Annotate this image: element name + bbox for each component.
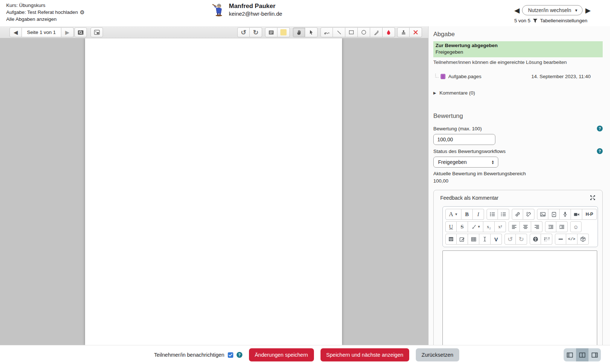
layout-collapse-review-button[interactable] <box>564 348 576 361</box>
rectangle-tool-button[interactable] <box>345 27 358 37</box>
feedback-textarea[interactable] <box>442 250 597 350</box>
align-left-icon <box>511 225 517 229</box>
submission-file-name[interactable]: Aufgabe.pages <box>448 74 482 79</box>
annotation-color-button[interactable] <box>383 27 395 37</box>
video-camera-icon <box>573 212 580 217</box>
text-color-button[interactable]: ▼ <box>468 221 483 232</box>
align-left-button[interactable] <box>509 221 520 232</box>
previous-user-arrow[interactable]: ◀ <box>514 7 520 14</box>
indent-button[interactable] <box>556 221 568 232</box>
search-comments-button[interactable] <box>74 27 87 37</box>
next-page-button[interactable]: ▶ <box>61 27 74 37</box>
grade-input[interactable] <box>433 134 495 145</box>
insert-image-button[interactable] <box>537 209 548 220</box>
save-and-next-button[interactable]: Speichern und nächste anzeigen <box>321 348 409 361</box>
drag-tool-button[interactable] <box>293 27 305 37</box>
align-right-button[interactable] <box>531 221 542 232</box>
layout-split-button[interactable] <box>576 348 588 361</box>
undo-button[interactable]: ↺ <box>505 234 516 245</box>
pdf-page[interactable] <box>85 38 342 345</box>
user-select-dropdown[interactable]: Nutzer/in wechseln ▼ <box>522 5 583 15</box>
chevron-down-icon: ▼ <box>575 8 578 12</box>
pagination-count: 5 von 5 <box>514 18 530 23</box>
equation-grid-icon <box>448 237 454 242</box>
hand-icon <box>296 30 302 35</box>
save-changes-button[interactable]: Änderungen speichern <box>249 348 314 361</box>
submission-status-line1: Zur Bewertung abgegeben <box>436 42 601 49</box>
cube-icon <box>580 236 586 242</box>
unordered-list-button[interactable] <box>487 209 498 220</box>
emoji-button[interactable]: ☺ <box>570 221 582 232</box>
grading-section-title: Bewertung <box>433 112 603 120</box>
underline-button[interactable]: U <box>445 221 457 232</box>
settings-gear-icon[interactable]: ⚙ <box>80 9 84 16</box>
rotate-left-button[interactable]: ↺ <box>237 27 250 37</box>
layout-collapse-grade-button[interactable] <box>588 348 601 361</box>
table-settings-link[interactable]: Tabelleneinstellungen <box>540 18 587 23</box>
rotate-right-icon: ↻ <box>253 28 258 37</box>
view-all-submissions-link[interactable]: Alle Abgaben anzeigen <box>6 16 85 23</box>
comments-list-button[interactable] <box>265 27 277 37</box>
highlighter-tool-button[interactable] <box>370 27 383 37</box>
italic-button[interactable]: I <box>473 209 484 220</box>
line-icon <box>337 30 342 35</box>
select-tool-button[interactable] <box>305 27 318 37</box>
notify-help-icon[interactable]: ? <box>237 352 242 358</box>
line-tool-button[interactable] <box>333 27 345 37</box>
next-user-arrow[interactable]: ▶ <box>585 7 591 14</box>
notify-checkbox[interactable] <box>228 352 233 358</box>
insert-media-button[interactable] <box>548 209 560 220</box>
superscript-button[interactable]: x² <box>495 221 506 232</box>
previous-page-button[interactable]: ◀ <box>9 27 22 37</box>
workflow-selected-value: Freigegeben <box>438 159 467 165</box>
accessibility-icon <box>533 236 538 242</box>
edit-document-icon <box>459 237 465 242</box>
h5p-button[interactable]: H-P <box>582 209 597 220</box>
record-video-button[interactable] <box>571 209 582 220</box>
strikethrough-button[interactable]: S <box>457 221 468 232</box>
fullscreen-expand-icon[interactable] <box>590 195 596 201</box>
link-button[interactable] <box>512 209 523 220</box>
equation-button[interactable] <box>445 234 457 245</box>
html-source-button[interactable]: </> <box>566 234 578 245</box>
table-button[interactable] <box>468 234 479 245</box>
rotate-right-button[interactable]: ↻ <box>250 27 262 37</box>
user-avatar <box>211 2 226 17</box>
accessibility-checker-button[interactable] <box>530 234 541 245</box>
redo-button[interactable]: ↻ <box>516 234 527 245</box>
sketchfab-embed-button[interactable] <box>578 234 589 245</box>
comments-toggle[interactable]: ▶ Kommentare (0) <box>433 90 603 96</box>
reset-button[interactable]: Zurücksetzen <box>416 348 459 361</box>
outdent-icon <box>548 225 554 229</box>
pen-tool-button[interactable] <box>321 27 333 37</box>
stamp-tool-button[interactable] <box>397 27 410 37</box>
link-icon <box>515 211 521 217</box>
wiris-math-button[interactable]: V <box>491 234 502 245</box>
table-icon <box>471 237 476 242</box>
paragraph-style-button[interactable]: A▼ <box>445 209 461 220</box>
ordered-list-button[interactable] <box>498 209 509 220</box>
user-select-label: Nutzer/in wechseln <box>528 7 571 13</box>
screenreader-helper-button[interactable] <box>541 234 552 245</box>
search-comments-icon <box>77 30 84 35</box>
filter-icon[interactable] <box>533 18 538 23</box>
page-number-field[interactable]: Seite 1 von 1 <box>22 27 61 37</box>
grade-help-icon[interactable]: ? <box>597 126 603 131</box>
workflow-help-icon[interactable]: ? <box>597 148 603 154</box>
align-center-button[interactable] <box>520 221 531 232</box>
horizontal-rule-button[interactable] <box>555 234 566 245</box>
highlight-color-button[interactable] <box>277 27 290 37</box>
unlink-button[interactable] <box>523 209 534 220</box>
bold-button[interactable]: B <box>461 209 473 220</box>
delete-annotation-button[interactable] <box>410 27 422 37</box>
manage-files-button[interactable] <box>457 234 468 245</box>
subscript-button[interactable]: x₂ <box>483 221 495 232</box>
expand-view-button[interactable] <box>91 27 103 37</box>
action-footer: Teilnehmer/in benachrichtigen ? Änderung… <box>0 345 610 364</box>
ellipse-tool-button[interactable] <box>358 27 370 37</box>
outdent-button[interactable] <box>545 221 556 232</box>
workflow-select[interactable]: Freigegeben ▲▼ <box>433 157 498 168</box>
submission-section-title: Abgabe <box>433 31 603 38</box>
record-audio-button[interactable] <box>560 209 571 220</box>
clear-formatting-button[interactable] <box>479 234 491 245</box>
